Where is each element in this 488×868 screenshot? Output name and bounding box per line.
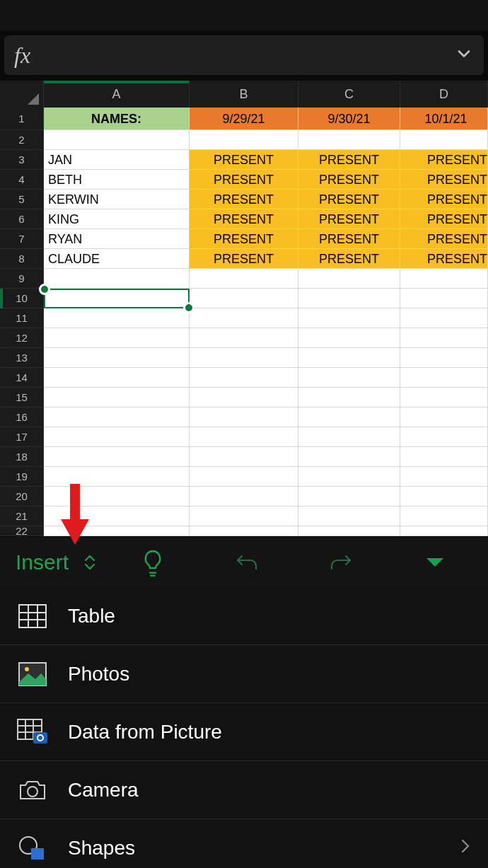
cell[interactable] <box>190 487 298 507</box>
cell[interactable] <box>44 308 190 328</box>
row-number[interactable]: 11 <box>0 308 44 328</box>
cell[interactable] <box>400 447 488 467</box>
row-number[interactable]: 19 <box>0 467 44 487</box>
cell[interactable] <box>44 407 190 427</box>
formula-bar[interactable]: fx <box>4 35 484 75</box>
row-number[interactable]: 8 <box>0 249 44 269</box>
cell[interactable] <box>190 427 298 447</box>
row-number[interactable]: 9 <box>0 269 44 289</box>
cell-present[interactable]: PRESENT <box>400 190 488 209</box>
menu-item-camera[interactable]: Camera <box>0 761 488 819</box>
collapse-ribbon-button[interactable] <box>388 555 482 569</box>
cell-present[interactable]: PRESENT <box>190 229 298 249</box>
cell-present[interactable]: PRESENT <box>298 150 400 170</box>
cell[interactable] <box>298 328 400 348</box>
cell-present[interactable]: PRESENT <box>400 150 488 170</box>
row-number[interactable]: 1 <box>0 108 44 130</box>
select-all-triangle[interactable] <box>0 81 44 108</box>
cell[interactable] <box>190 507 298 526</box>
cell[interactable] <box>190 348 298 368</box>
row-number[interactable]: 12 <box>0 328 44 348</box>
cell[interactable] <box>400 368 488 388</box>
cell[interactable] <box>400 407 488 427</box>
cell[interactable] <box>190 308 298 328</box>
cell[interactable] <box>400 308 488 328</box>
redo-button[interactable] <box>294 552 388 573</box>
cell[interactable] <box>190 407 298 427</box>
row-number[interactable]: 5 <box>0 190 44 209</box>
cell[interactable] <box>298 526 400 536</box>
column-header-B[interactable]: B <box>190 81 298 108</box>
ideas-button[interactable] <box>105 548 199 577</box>
cell[interactable] <box>190 328 298 348</box>
cell-present[interactable]: PRESENT <box>190 249 298 269</box>
cell[interactable] <box>298 487 400 507</box>
cell-present[interactable]: PRESENT <box>190 209 298 229</box>
cell-present[interactable]: PRESENT <box>298 190 400 209</box>
cell[interactable] <box>190 447 298 467</box>
row-number[interactable]: 22 <box>0 526 44 536</box>
cell[interactable] <box>400 269 488 289</box>
menu-item-table[interactable]: Table <box>0 587 488 645</box>
cell-present[interactable]: PRESENT <box>298 170 400 190</box>
column-header-C[interactable]: C <box>298 81 400 108</box>
cell[interactable] <box>400 507 488 526</box>
column-header-D[interactable]: D <box>400 81 488 108</box>
cell[interactable] <box>298 388 400 407</box>
row-number[interactable]: 20 <box>0 487 44 507</box>
cell-present[interactable]: PRESENT <box>190 190 298 209</box>
row-number[interactable]: 2 <box>0 130 44 150</box>
row-number[interactable]: 14 <box>0 368 44 388</box>
cell[interactable] <box>190 289 298 308</box>
cell-present[interactable]: PRESENT <box>298 229 400 249</box>
cell[interactable] <box>44 328 190 348</box>
cell[interactable] <box>44 507 190 526</box>
cell-present[interactable]: PRESENT <box>400 209 488 229</box>
cell[interactable] <box>298 467 400 487</box>
cell-name[interactable]: KERWIN <box>44 190 190 209</box>
row-number[interactable]: 17 <box>0 427 44 447</box>
cell[interactable] <box>298 368 400 388</box>
cell-present[interactable]: PRESENT <box>400 229 488 249</box>
row-number[interactable]: 21 <box>0 507 44 526</box>
cell[interactable] <box>190 526 298 536</box>
cell-A1[interactable]: NAMES: <box>44 108 190 130</box>
cell[interactable] <box>400 487 488 507</box>
row-number[interactable]: 4 <box>0 170 44 190</box>
cell[interactable] <box>298 289 400 308</box>
row-number[interactable]: 16 <box>0 407 44 427</box>
cell[interactable] <box>44 388 190 407</box>
column-header-A[interactable]: A <box>44 81 190 108</box>
row-number[interactable]: 7 <box>0 229 44 249</box>
cell[interactable] <box>298 130 400 150</box>
ribbon-tab-selector[interactable]: Insert <box>6 537 105 587</box>
cell[interactable] <box>190 130 298 150</box>
cell[interactable] <box>44 368 190 388</box>
cell[interactable] <box>400 388 488 407</box>
cell-name[interactable]: BETH <box>44 170 190 190</box>
cell[interactable] <box>298 447 400 467</box>
cell-selected[interactable] <box>44 289 190 308</box>
cell[interactable] <box>44 487 190 507</box>
cell[interactable] <box>44 526 190 536</box>
cell[interactable] <box>298 507 400 526</box>
cell-name[interactable]: KING <box>44 209 190 229</box>
row-number[interactable]: 6 <box>0 209 44 229</box>
cell[interactable] <box>298 407 400 427</box>
cell-name[interactable]: RYAN <box>44 229 190 249</box>
cell-name[interactable]: JAN <box>44 150 190 170</box>
cell[interactable] <box>190 467 298 487</box>
spreadsheet-grid[interactable]: A B C D 1 NAMES: 9/29/21 9/30/21 10/1/21… <box>0 81 488 536</box>
undo-button[interactable] <box>199 552 294 573</box>
row-number[interactable]: 15 <box>0 388 44 407</box>
row-number[interactable]: 13 <box>0 348 44 368</box>
cell-present[interactable]: PRESENT <box>190 170 298 190</box>
cell-present[interactable]: PRESENT <box>400 170 488 190</box>
cell[interactable] <box>298 427 400 447</box>
row-number[interactable]: 3 <box>0 150 44 170</box>
cell[interactable] <box>400 289 488 308</box>
cell[interactable] <box>44 447 190 467</box>
menu-item-shapes[interactable]: Shapes <box>0 819 488 868</box>
cell-name[interactable]: CLAUDE <box>44 249 190 269</box>
chevron-down-icon[interactable] <box>454 44 474 66</box>
